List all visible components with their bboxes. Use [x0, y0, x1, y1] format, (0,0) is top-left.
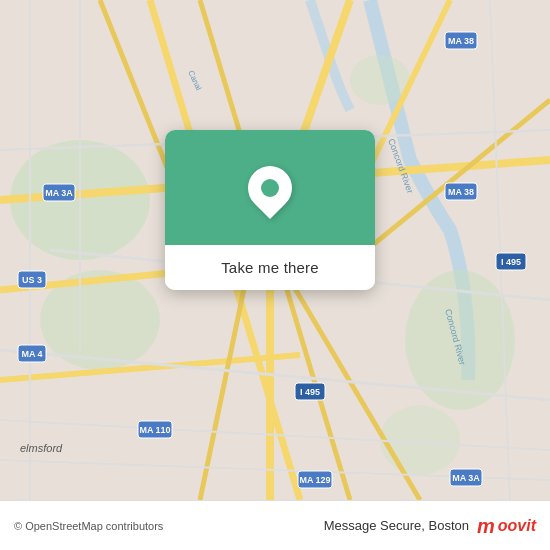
svg-text:MA 110: MA 110 [139, 425, 170, 435]
svg-text:MA 3A: MA 3A [452, 473, 480, 483]
map-attribution: © OpenStreetMap contributors [14, 520, 163, 532]
svg-text:I 495: I 495 [300, 387, 320, 397]
svg-text:elmsford: elmsford [20, 442, 63, 454]
take-me-there-button[interactable]: Take me there [165, 245, 375, 290]
svg-text:MA 129: MA 129 [299, 475, 330, 485]
app-info: Message Secure, Boston moovit [324, 516, 536, 536]
pin-inner [261, 179, 279, 197]
card-map-area [165, 130, 375, 245]
svg-point-4 [380, 405, 460, 475]
map-container: MA 3A US 3 MA 4 MA 38 MA 38 I 495 I 495 … [0, 0, 550, 500]
moovit-text: oovit [498, 517, 536, 535]
svg-text:MA 4: MA 4 [21, 349, 42, 359]
svg-text:MA 38: MA 38 [448, 187, 474, 197]
svg-text:MA 38: MA 38 [448, 36, 474, 46]
app-name: Message Secure, Boston [324, 518, 469, 533]
location-pin-icon [248, 166, 292, 210]
location-card: Take me there [165, 130, 375, 290]
bottom-bar: © OpenStreetMap contributors Message Sec… [0, 500, 550, 550]
svg-text:MA 3A: MA 3A [45, 188, 73, 198]
svg-text:I 495: I 495 [501, 257, 521, 267]
pin-circle [239, 156, 301, 218]
moovit-m-letter: m [477, 516, 495, 536]
moovit-logo: moovit [477, 516, 536, 536]
svg-text:US 3: US 3 [22, 275, 42, 285]
